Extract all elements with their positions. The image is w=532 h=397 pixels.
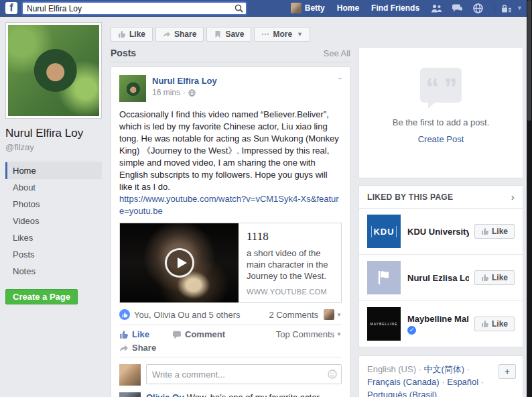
post-comment-button[interactable]: Comment xyxy=(172,329,225,339)
account-menu-caret-icon[interactable]: ▼ xyxy=(517,5,523,11)
post-card: › Nurul Elfira Loy 16 mins · Occasionall… xyxy=(111,66,350,397)
search-input[interactable] xyxy=(22,2,247,15)
profile-photo[interactable] xyxy=(8,25,99,116)
video-thumbnail[interactable] xyxy=(120,223,239,302)
navbar-divider xyxy=(494,3,494,13)
see-all-link[interactable]: See All xyxy=(324,48,350,58)
comment-text: Wow, he's one of my favorite actor xyxy=(187,392,320,397)
share-arrow-icon xyxy=(163,30,171,38)
liked-page-row: Nurul Ezlisa Loy Like xyxy=(359,255,523,301)
post-like-button[interactable]: Like xyxy=(119,329,149,339)
empty-posts-card: “ ” Be the first to add a post. Create P… xyxy=(358,47,523,178)
create-post-link[interactable]: Create Post xyxy=(359,134,523,144)
language-option[interactable]: Português (Brasil) xyxy=(367,390,437,397)
comment-sort-selector[interactable]: Top Comments ▼ xyxy=(276,329,342,339)
messages-icon[interactable] xyxy=(452,3,463,13)
liked-page-like-button[interactable]: Like xyxy=(474,317,515,331)
page-like-button[interactable]: Like xyxy=(111,27,153,42)
search-icon[interactable] xyxy=(235,4,243,13)
liked-page-row: MAYBELLINE Maybelline Mal... ✓ Like xyxy=(359,301,523,347)
maybelline-logo[interactable]: MAYBELLINE xyxy=(367,307,401,341)
right-sidebar: “ ” Be the first to add a post. Create P… xyxy=(358,47,523,397)
nav-find-friends-link[interactable]: Find Friends xyxy=(371,3,419,13)
liked-page-name[interactable]: KDU University C... xyxy=(407,227,469,237)
post-options-chevron-icon[interactable]: › xyxy=(336,77,345,80)
language-option[interactable]: Español xyxy=(447,377,478,387)
post-timestamp[interactable]: 16 mins xyxy=(152,88,180,97)
thumb-up-icon xyxy=(481,274,489,282)
friend-requests-icon[interactable] xyxy=(431,3,442,13)
nav-home-link[interactable]: Home xyxy=(337,3,359,13)
main-column: Like Share Save More ▼ Posts See All › xyxy=(111,27,350,397)
quote-glyphs: “ ” xyxy=(420,68,462,108)
page-more-label: More xyxy=(273,30,292,39)
post-author-avatar[interactable] xyxy=(119,75,146,102)
language-option[interactable]: 中文(简体) xyxy=(424,364,465,374)
sidebar-item-about[interactable]: About xyxy=(5,179,102,196)
maybelline-logo-text: MAYBELLINE xyxy=(370,322,397,326)
language-option[interactable]: Français (Canada) xyxy=(367,377,440,387)
sidebar-item-notes[interactable]: Notes xyxy=(5,263,102,280)
profile-photo-card[interactable] xyxy=(5,22,102,119)
comments-filter-dropdown[interactable]: ▼ xyxy=(318,309,342,320)
page-handle: @filzay xyxy=(5,142,102,152)
sidebar-item-photos[interactable]: Photos xyxy=(5,196,102,213)
page-share-button[interactable]: Share xyxy=(155,27,204,42)
page-share-label: Share xyxy=(174,30,196,39)
page-save-label: Save xyxy=(225,30,244,39)
post-link[interactable]: https://www.youtube.com/watch?v=vCM1Syk4… xyxy=(119,193,342,217)
sidebar-item-posts[interactable]: Posts xyxy=(5,246,102,263)
post-share-button[interactable]: Share xyxy=(119,343,319,353)
kdu-logo[interactable]: KDU xyxy=(367,215,401,248)
like-button-label: Like xyxy=(492,319,508,329)
quote-bubble-icon: “ ” xyxy=(420,68,462,103)
privacy-shortcuts-lock-icon[interactable] xyxy=(501,3,511,13)
scrollbar[interactable] xyxy=(527,0,532,397)
post-share-label: Share xyxy=(132,343,156,353)
liked-page-name[interactable]: Nurul Ezlisa Loy xyxy=(407,273,469,283)
comment-avatar[interactable] xyxy=(119,392,141,397)
liked-page-like-button[interactable]: Like xyxy=(474,270,515,285)
post-text: Occasionally I find this video named “Be… xyxy=(119,109,342,193)
liked-by-title: LIKED BY THIS PAGE xyxy=(367,192,453,202)
sidebar-item-home[interactable]: Home xyxy=(5,162,102,179)
language-selector-card: English (US) · 中文(简体) · Français (Canada… xyxy=(358,355,523,397)
page-save-button[interactable]: Save xyxy=(206,27,251,42)
emoji-smiley-icon[interactable] xyxy=(328,370,337,379)
liked-page-name[interactable]: Maybelline Mal... xyxy=(407,314,469,324)
link-attachment[interactable]: 1118 a short video of the main character… xyxy=(119,223,342,303)
liked-by-card: LIKED BY THIS PAGE › KDU KDU University … xyxy=(358,185,523,347)
attachment-title[interactable]: 1118 xyxy=(247,230,333,243)
comment-author[interactable]: Olivia Ou xyxy=(146,392,184,397)
empty-posts-message: Be the first to add a post. xyxy=(359,117,523,127)
liked-page-like-button[interactable]: Like xyxy=(474,224,515,239)
post-author-name[interactable]: Nurul Elfira Loy xyxy=(152,76,217,86)
post-social-row: You, Olivia Ou and 5 others 2 Comments ▼ xyxy=(119,309,342,325)
sidebar-item-likes[interactable]: Likes xyxy=(5,229,102,246)
sidebar-item-videos[interactable]: Videos xyxy=(5,213,102,229)
page-more-button[interactable]: More ▼ xyxy=(254,27,310,42)
flag-placeholder-icon[interactable] xyxy=(367,261,401,294)
comment-bubble-icon xyxy=(172,330,182,339)
add-language-button[interactable]: + xyxy=(498,364,516,379)
thumb-up-icon xyxy=(118,30,126,38)
posts-section-header: Posts See All xyxy=(111,48,350,62)
comment-input[interactable] xyxy=(146,364,342,384)
create-page-button[interactable]: Create a Page xyxy=(5,289,78,304)
page-title: Nurul Elfira Loy xyxy=(5,127,102,140)
scrollbar-thumb[interactable] xyxy=(527,0,531,121)
play-button-icon[interactable] xyxy=(165,248,194,278)
comment-composer xyxy=(119,364,342,386)
likers-text[interactable]: You, Olivia Ou and 5 others xyxy=(134,310,241,320)
liked-by-chevron-icon[interactable]: › xyxy=(511,191,515,203)
user-avatar[interactable] xyxy=(291,3,302,13)
comments-count[interactable]: 2 Comments xyxy=(269,310,318,320)
like-button-label: Like xyxy=(492,273,508,282)
thumb-up-icon xyxy=(481,320,489,328)
nav-user-name[interactable]: Betty xyxy=(305,3,325,13)
facebook-logo[interactable]: f xyxy=(5,2,17,14)
notifications-globe-icon[interactable] xyxy=(472,3,484,13)
attachment-description: a short video of the main character in t… xyxy=(247,247,333,282)
page-action-bar: Like Share Save More ▼ xyxy=(111,27,350,42)
post-meta: 16 mins · xyxy=(152,88,217,97)
